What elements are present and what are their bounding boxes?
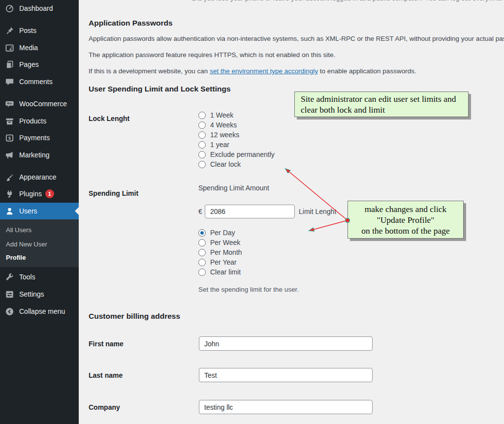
- radio-option-clear-lock[interactable]: Clear lock: [198, 159, 275, 169]
- annotation-box-update-profile: make changes and click "Update Profile" …: [347, 201, 464, 239]
- sidebar-label: Posts: [19, 27, 36, 34]
- radio-label: 12 weeks: [210, 131, 239, 139]
- radio-circle: [198, 259, 206, 266]
- sidebar-item-appearance[interactable]: Appearance: [0, 169, 79, 185]
- products-box-icon: [4, 116, 14, 126]
- sidebar-item-dashboard[interactable]: Dashboard: [0, 0, 79, 17]
- sidebar-label: WooCommerce: [19, 100, 67, 108]
- radio-label: Per Month: [210, 248, 242, 256]
- sidebar-item-users[interactable]: Users: [0, 203, 79, 219]
- plug-icon: [4, 189, 14, 199]
- plugins-update-badge: 1: [45, 189, 54, 198]
- wordpress-admin-page: Dashboard Posts Media Pages Comments Woo: [0, 0, 504, 424]
- radio-option-per-year[interactable]: Per Year: [198, 257, 242, 267]
- sidebar-label: Comments: [19, 78, 53, 86]
- application-passwords-description: Application passwords allow authenticati…: [89, 35, 504, 42]
- sidebar-item-pages[interactable]: Pages: [0, 56, 79, 73]
- radio-circle: [198, 249, 206, 256]
- sidebar-label: Marketing: [19, 151, 49, 159]
- submenu-item-add-new-user[interactable]: Add New User: [6, 241, 47, 248]
- sidebar-label: Plugins: [19, 190, 42, 198]
- sidebar-item-payments[interactable]: $ Payments: [0, 129, 79, 146]
- radio-option-per-week[interactable]: Per Week: [198, 238, 242, 247]
- first-name-label: First name: [89, 340, 124, 348]
- paintbrush-icon: [4, 172, 14, 182]
- svg-text:$: $: [8, 135, 10, 140]
- radio-circle: [198, 121, 206, 129]
- pages-icon: [4, 60, 14, 69]
- radio-option-exclude-permanently[interactable]: Exclude permanently: [198, 150, 275, 159]
- spending-limit-amount-label: Spending Limit Amount: [198, 184, 269, 192]
- sidebar-item-tools[interactable]: Tools: [0, 269, 79, 285]
- sidebar-item-comments[interactable]: Comments: [0, 73, 79, 90]
- woocommerce-icon: Woo: [4, 99, 14, 109]
- radio-option-per-month[interactable]: Per Month: [198, 247, 242, 257]
- environment-type-text: If this is a development website, you ca…: [89, 67, 416, 75]
- radio-label: 1 Week: [210, 111, 233, 119]
- sidebar-label: Dashboard: [19, 4, 53, 12]
- annotation-box-admin-edit: Site administrator can edit user set lim…: [294, 91, 469, 117]
- currency-symbol: €: [198, 208, 202, 215]
- radio-option-1-week[interactable]: 1 Week: [198, 110, 275, 120]
- application-passwords-heading: Application Passwords: [89, 19, 173, 28]
- billing-address-heading: Customer billing address: [89, 312, 180, 321]
- radio-circle: [198, 229, 206, 237]
- annotation-line: on the bottom of the page: [351, 225, 460, 236]
- sidebar-label: Pages: [19, 61, 39, 68]
- limit-length-suffix-label: Limit Lenght: [299, 208, 336, 215]
- sidebar-item-media[interactable]: Media: [0, 39, 79, 56]
- radio-option-per-day[interactable]: Per Day: [198, 228, 242, 238]
- sidebar-label: Users: [19, 207, 37, 215]
- spending-limit-amount-input[interactable]: [205, 205, 295, 218]
- spending-period-radio-group: Per Day Per Week Per Month Per Year Clea…: [198, 228, 242, 277]
- spending-settings-heading: User Spending Limit and Lock Settings: [89, 85, 231, 93]
- sidebar-item-products[interactable]: Products: [0, 113, 79, 129]
- radio-circle: [198, 269, 206, 276]
- active-item-arrow: [75, 207, 79, 215]
- radio-circle: [198, 151, 206, 158]
- sidebar-item-marketing[interactable]: Marketing: [0, 147, 79, 163]
- sidebar-item-woocommerce[interactable]: Woo WooCommerce: [0, 95, 79, 112]
- company-input[interactable]: [199, 400, 373, 414]
- environment-text-after: to enable application passwords.: [318, 67, 416, 75]
- set-environment-type-link[interactable]: set the environment type accordingly: [210, 67, 318, 75]
- submenu-item-profile[interactable]: Profile: [6, 254, 26, 261]
- sliders-icon: [4, 289, 14, 299]
- sidebar-item-posts[interactable]: Posts: [0, 22, 79, 39]
- annotation-line: make changes and click: [351, 204, 460, 214]
- sidebar-item-settings[interactable]: Settings: [0, 286, 79, 303]
- sidebar-item-collapse-menu[interactable]: Collapse menu: [0, 303, 79, 320]
- last-name-label: Last name: [89, 371, 123, 379]
- comment-bubble-icon: [4, 77, 14, 87]
- dashboard-gauge-icon: [4, 3, 14, 13]
- radio-label: Per Day: [210, 229, 235, 237]
- submenu-item-all-users[interactable]: All Users: [6, 226, 32, 234]
- radio-circle: [198, 141, 206, 149]
- company-label: Company: [89, 403, 120, 411]
- radio-circle: [198, 112, 206, 119]
- admin-sidebar: Dashboard Posts Media Pages Comments Woo: [0, 0, 79, 424]
- media-icon: [4, 43, 14, 53]
- collapse-arrow-icon: [4, 306, 14, 316]
- megaphone-icon: [4, 150, 14, 160]
- radio-label: Per Year: [210, 258, 237, 266]
- radio-label: Exclude permanently: [210, 151, 275, 158]
- payments-dollar-icon: $: [4, 133, 14, 143]
- sessions-notice-clipped: Did you lose your phone or leave your ac…: [192, 0, 504, 2]
- radio-label: 4 Weeks: [210, 121, 237, 129]
- first-name-input[interactable]: [199, 336, 373, 351]
- sidebar-item-plugins[interactable]: Plugins 1: [0, 185, 79, 202]
- radio-option-12-weeks[interactable]: 12 weeks: [198, 130, 275, 140]
- sidebar-label: Media: [19, 44, 38, 52]
- radio-option-4-weeks[interactable]: 4 Weeks: [198, 120, 275, 130]
- radio-option-1-year[interactable]: 1 year: [198, 140, 275, 150]
- user-icon: [4, 206, 14, 216]
- lock-length-radio-group: 1 Week 4 Weeks 12 weeks 1 year Exclude p…: [198, 110, 275, 169]
- pushpin-icon: [4, 26, 14, 35]
- last-name-input[interactable]: [199, 368, 373, 382]
- profile-content: Did you lose your phone or leave your ac…: [79, 0, 504, 424]
- sidebar-label: Collapse menu: [19, 307, 65, 315]
- annotation-line: "Update Profile": [351, 214, 460, 225]
- radio-option-clear-limit[interactable]: Clear limit: [198, 267, 242, 277]
- environment-text-before: If this is a development website, you ca…: [89, 67, 210, 75]
